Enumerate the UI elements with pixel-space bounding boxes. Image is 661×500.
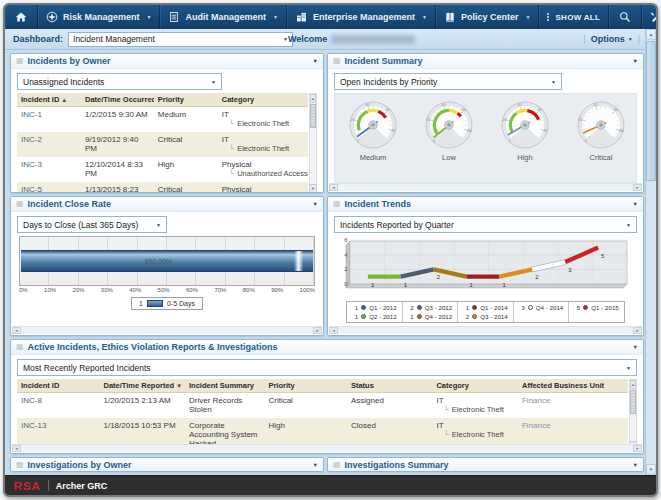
x-tick-label: 50% [158, 287, 170, 293]
scroll-up-icon[interactable]: ▲ [630, 380, 636, 389]
table-cell: Medium [154, 107, 218, 133]
scroll-down-icon[interactable]: ▼ [646, 464, 656, 475]
table-header-row: Incident ID▲Date/Time OccurredPriorityCa… [17, 93, 308, 107]
column-header[interactable]: Date/Time Occurred [81, 93, 154, 107]
nav-item-risk-management[interactable]: Risk Management ▼ [38, 5, 160, 29]
table-row[interactable]: INC-29/19/2012 9:40 PMCriticalIT└ Electr… [17, 132, 308, 157]
nav-item-audit-management[interactable]: Audit Management ▼ [160, 5, 286, 29]
scroll-left-icon[interactable]: ◄ [329, 327, 338, 334]
scroll-down-icon[interactable]: ▼ [309, 184, 317, 193]
nav-item-policy-center[interactable]: Policy Center ▼ [436, 5, 539, 29]
tools-icon [650, 11, 658, 23]
trends-filter-select[interactable]: Incidents Reported by Quarter ▼ [334, 216, 637, 233]
scroll-right-icon[interactable]: ► [313, 327, 322, 334]
drag-handle-icon[interactable]: ▦ [333, 200, 341, 208]
scroll-right-icon[interactable]: ► [633, 445, 642, 452]
horizontal-scrollbar[interactable]: ◄ ► [12, 326, 322, 334]
legend-dot-icon [583, 305, 588, 310]
screen: Risk Management ▼ Audit Management ▼ Ent… [0, 0, 661, 500]
scroll-up-icon[interactable]: ▲ [310, 94, 316, 103]
column-header[interactable]: Priority [154, 93, 218, 107]
column-header[interactable]: Status [347, 379, 433, 393]
table-row[interactable]: INC-11/2/2015 9:30 AMMediumIT└ Electroni… [17, 107, 308, 133]
table-scrollbar[interactable]: ▲ ▼ [309, 93, 317, 193]
table-cell[interactable]: INC-2 [17, 132, 81, 157]
legend-label: Q3 - 2014 [480, 312, 508, 321]
panel-menu-caret-icon[interactable]: ▼ [633, 201, 638, 207]
column-header[interactable]: Category [432, 379, 518, 393]
column-header[interactable]: Category [218, 93, 308, 107]
scroll-left-icon[interactable]: ◄ [12, 327, 21, 334]
show-all-button[interactable]: SHOW ALL [539, 5, 609, 29]
scroll-left-icon[interactable]: ◄ [12, 445, 21, 452]
scroll-thumb[interactable] [310, 104, 316, 128]
horizontal-scrollbar[interactable]: ◄ ► [329, 326, 642, 334]
panel-menu-caret-icon[interactable]: ▼ [633, 462, 638, 468]
column-header[interactable]: Date/Time Reported▼ [99, 379, 185, 393]
panel-menu-caret-icon[interactable]: ▼ [633, 58, 638, 64]
options-button[interactable]: Options ▼ [591, 34, 633, 44]
panel-menu-caret-icon[interactable]: ▼ [313, 58, 318, 64]
cell-text: Critical [158, 135, 214, 144]
home-button[interactable] [5, 5, 38, 29]
panel-menu-caret-icon[interactable]: ▼ [633, 344, 638, 350]
drag-handle-icon[interactable]: ▦ [333, 461, 341, 469]
separator: | [638, 34, 640, 44]
legend-entry: 1Q2 - 2012 [352, 312, 397, 321]
table-cell[interactable]: INC-5 [17, 182, 81, 193]
scroll-up-icon[interactable]: ▲ [646, 29, 656, 40]
drag-handle-icon[interactable]: ▦ [16, 461, 24, 469]
column-header[interactable]: Incident Summary [185, 379, 264, 393]
subcategory-text: └ Electronic Theft [436, 430, 514, 439]
drag-handle-icon[interactable]: ▦ [333, 57, 341, 65]
table-scrollbar[interactable]: ▲ ▼ [629, 379, 637, 451]
incidents-by-owner-filter-select[interactable]: Unassigned Incidents ▼ [17, 73, 222, 90]
horizontal-scrollbar[interactable]: ◄ ► [12, 444, 642, 452]
drag-handle-icon[interactable]: ▦ [16, 57, 24, 65]
panel-header: ▦ Incident Close Rate ▼ [11, 197, 323, 212]
tree-branch-icon: └ [443, 430, 448, 439]
gauge-label: High [517, 153, 532, 162]
drag-handle-icon[interactable]: ▦ [16, 343, 24, 351]
table-cell[interactable]: INC-3 [17, 157, 81, 182]
table-cell[interactable]: INC-8 [17, 393, 99, 419]
table-mount: Incident IDDate/Time Reported▼Incident S… [17, 379, 637, 451]
legend-count: 2 [463, 312, 469, 321]
subcategory-text: └ Electronic Theft [222, 119, 304, 128]
chevron-down-icon: ▼ [156, 222, 161, 228]
table-row[interactable]: INC-81/20/2015 2:13 AMDriver Records Sto… [17, 393, 628, 419]
svg-text:6: 6 [344, 237, 348, 243]
scroll-right-icon[interactable]: ► [633, 327, 642, 334]
scroll-thumb[interactable] [630, 390, 636, 414]
cell-text: INC-1 [21, 110, 77, 119]
scroll-left-icon[interactable]: ◄ [329, 184, 338, 191]
x-tick-label: 0% [19, 287, 28, 293]
column-header[interactable]: Priority [264, 379, 346, 393]
table-row[interactable]: INC-312/10/2014 8:33 PMHighPhysical└ Una… [17, 157, 308, 182]
column-header[interactable]: Incident ID [17, 379, 99, 393]
gauge-label: Low [442, 153, 456, 162]
svg-text:60: 60 [538, 107, 543, 112]
close-rate-filter-select[interactable]: Days to Close (Last 365 Days) ▼ [17, 216, 167, 233]
column-header[interactable]: Incident ID▲ [17, 93, 81, 107]
nav-item-enterprise-management[interactable]: Enterprise Management ▼ [287, 5, 436, 29]
scroll-right-icon[interactable]: ► [633, 184, 642, 191]
dashboard-select[interactable]: Incident Management ▼ [68, 32, 293, 47]
x-tick-label: 30% [101, 287, 113, 293]
table-row[interactable]: INC-51/13/2015 8:23 PMCriticalPhysical└ … [17, 182, 308, 193]
drag-handle-icon[interactable]: ▦ [16, 200, 24, 208]
gauge: 020406080Critical [563, 99, 639, 162]
search-button[interactable] [609, 5, 642, 29]
incident-summary-filter-select[interactable]: Open Incidents by Priority ▼ [334, 73, 562, 90]
active-incidents-filter-select[interactable]: Most Recently Reported Incidents ▼ [17, 359, 637, 376]
scroll-thumb[interactable] [646, 41, 656, 181]
table-cell[interactable]: INC-1 [17, 107, 81, 133]
line-chart-svg: 024611211235 [336, 236, 635, 294]
horizontal-scrollbar[interactable]: ◄ ► [329, 183, 642, 191]
page-scrollbar[interactable]: ▲ ▼ [645, 29, 656, 475]
panel-menu-caret-icon[interactable]: ▼ [313, 201, 318, 207]
column-header[interactable]: Affected Business Unit [518, 379, 628, 393]
panel-incident-close-rate: ▦ Incident Close Rate ▼ Days to Close (L… [10, 196, 324, 336]
tools-menu-button[interactable]: ▼ [642, 5, 658, 29]
panel-menu-caret-icon[interactable]: ▼ [313, 462, 318, 468]
